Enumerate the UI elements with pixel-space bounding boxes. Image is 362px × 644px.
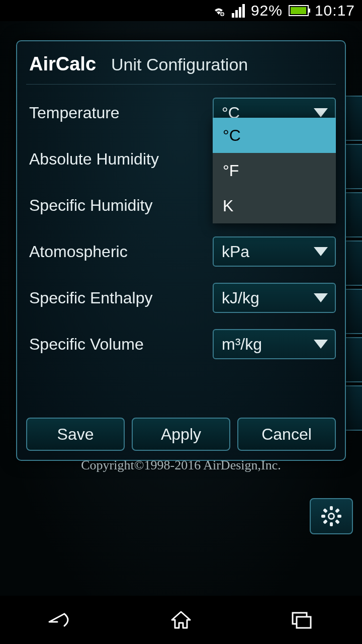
row-label: Specific Volume <box>26 335 144 354</box>
svg-rect-6 <box>335 519 340 524</box>
atmospheric-select[interactable]: kPa <box>213 236 336 267</box>
caret-down-icon <box>314 340 328 349</box>
row-specific-volume: Specific Volume m³/kg <box>26 321 336 367</box>
save-button[interactable]: Save <box>26 418 125 451</box>
clock: 10:17 <box>315 2 355 19</box>
row-label: Specific Enthalpy <box>26 289 152 307</box>
row-label: Absolute Humidity <box>26 150 159 169</box>
svg-rect-4 <box>337 515 341 518</box>
back-button[interactable] <box>15 605 106 635</box>
svg-rect-1 <box>330 506 333 510</box>
caret-down-icon <box>314 247 328 256</box>
back-icon <box>45 610 75 630</box>
svg-rect-2 <box>330 522 333 526</box>
cancel-button[interactable]: Cancel <box>237 418 336 451</box>
unit-config-dialog: AirCalc Unit Configuration Temperature °… <box>16 40 346 461</box>
battery-percent: 92% <box>251 2 283 19</box>
svg-rect-3 <box>321 515 325 518</box>
row-label: Atomospheric <box>26 243 128 261</box>
battery-icon <box>289 5 309 16</box>
caret-down-icon <box>314 108 328 117</box>
caret-down-icon <box>314 293 328 302</box>
dialog-header: AirCalc Unit Configuration <box>26 53 336 85</box>
home-icon <box>170 610 192 630</box>
dropdown-option-celsius[interactable]: °C <box>213 118 336 153</box>
copyright-text: Copyright©1998-2016 AirDesign,Inc. <box>0 458 362 473</box>
select-value: m³/kg <box>222 335 262 354</box>
wifi-icon <box>212 5 226 17</box>
home-button[interactable] <box>136 605 226 635</box>
statusbar: 92% 10:17 <box>0 0 362 21</box>
select-value: kJ/kg <box>222 289 259 307</box>
settings-button[interactable] <box>310 498 353 534</box>
row-specific-enthalpy: Specific Enthalpy kJ/kg <box>26 275 336 321</box>
signal-icon <box>232 4 245 18</box>
dropdown-option-fahrenheit[interactable]: °F <box>213 153 336 188</box>
row-atmospheric: Atomospheric kPa <box>26 228 336 275</box>
apply-button[interactable]: Apply <box>132 418 230 451</box>
dialog-buttons: Save Apply Cancel <box>26 418 336 451</box>
select-value: kPa <box>222 243 249 261</box>
specific-enthalpy-select[interactable]: kJ/kg <box>213 283 336 313</box>
row-label: Temperature <box>26 104 120 122</box>
android-navbar <box>0 596 362 644</box>
gear-icon <box>321 506 341 526</box>
row-label: Specific Humidity <box>26 196 152 215</box>
temperature-dropdown[interactable]: °C °F K <box>213 118 336 223</box>
svg-rect-5 <box>323 508 328 513</box>
dropdown-option-kelvin[interactable]: K <box>213 188 336 223</box>
dialog-title: Unit Configuration <box>111 55 248 74</box>
app-name: AirCalc <box>29 53 96 75</box>
specific-volume-select[interactable]: m³/kg <box>213 329 336 359</box>
recent-apps-button[interactable] <box>256 605 347 635</box>
svg-rect-7 <box>335 508 340 513</box>
recent-apps-icon <box>290 610 314 630</box>
svg-rect-10 <box>297 617 311 628</box>
svg-rect-8 <box>323 519 328 524</box>
